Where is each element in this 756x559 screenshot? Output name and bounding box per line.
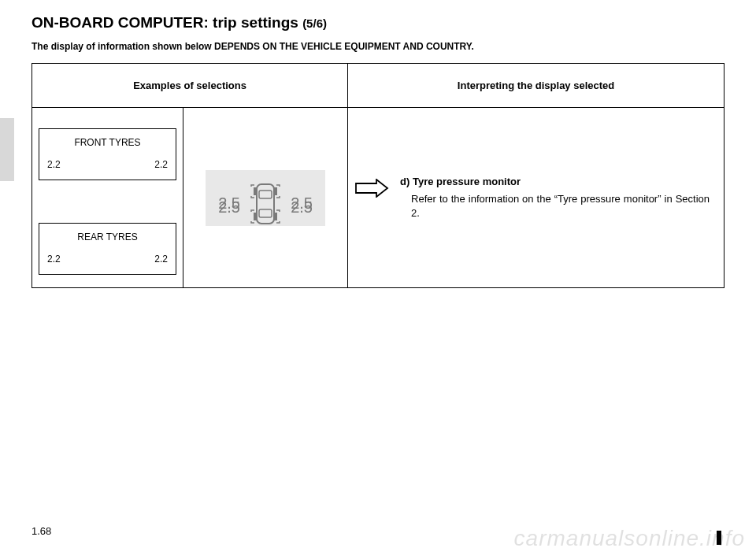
header-interpreting: Interpreting the display selected bbox=[348, 64, 724, 108]
corner-mark bbox=[717, 531, 721, 545]
front-tyres-box: FRONT TYRES 2.2 2.2 bbox=[39, 128, 176, 180]
interpretation-title: d) Tyre pressure monitor bbox=[400, 176, 710, 187]
settings-table: Examples of selections Interpreting the … bbox=[32, 63, 724, 288]
page-indicator: (5/6) bbox=[302, 17, 327, 30]
page-title: ON-BOARD COMPUTER: trip settings (5/6) bbox=[32, 14, 724, 31]
watermark: carmanualsonline.info bbox=[514, 526, 745, 551]
car-rr-value: 2.5 bbox=[286, 198, 317, 217]
svg-rect-6 bbox=[274, 213, 277, 220]
side-tab bbox=[0, 118, 14, 181]
rear-tyre-left: 2.2 bbox=[47, 254, 61, 265]
front-tyre-right: 2.2 bbox=[154, 159, 168, 170]
title-main: trip settings bbox=[213, 14, 298, 31]
selection-cell-text: FRONT TYRES 2.2 2.2 REAR TYRES 2.2 2.2 bbox=[32, 108, 183, 288]
car-rl-value: 2.5 bbox=[213, 198, 245, 217]
svg-rect-1 bbox=[259, 191, 272, 198]
svg-rect-3 bbox=[254, 187, 257, 195]
interpretation-cell: d) Tyre pressure monitor Refer to the in… bbox=[348, 108, 724, 288]
header-examples: Examples of selections bbox=[32, 64, 348, 108]
rear-tyres-label: REAR TYRES bbox=[46, 231, 169, 242]
arrow-right-icon bbox=[354, 179, 389, 198]
svg-rect-4 bbox=[274, 187, 277, 195]
front-tyres-label: FRONT TYRES bbox=[46, 137, 169, 148]
svg-rect-5 bbox=[254, 213, 257, 220]
title-prefix: ON-BOARD COMPUTER: bbox=[32, 14, 213, 31]
rear-tyres-box: REAR TYRES 2.2 2.2 bbox=[39, 223, 176, 275]
selection-cell-graphic: 2.5 bbox=[183, 108, 348, 288]
car-icon bbox=[250, 180, 281, 228]
interpretation-body: Refer to the information on the “Tyre pr… bbox=[400, 192, 710, 220]
subheading: The display of information shown below D… bbox=[32, 41, 724, 52]
svg-rect-2 bbox=[259, 209, 272, 217]
car-display: 2.5 bbox=[206, 170, 325, 226]
front-tyre-left: 2.2 bbox=[47, 159, 61, 170]
rear-tyre-right: 2.2 bbox=[154, 254, 168, 265]
page-number: 1.68 bbox=[32, 525, 51, 537]
